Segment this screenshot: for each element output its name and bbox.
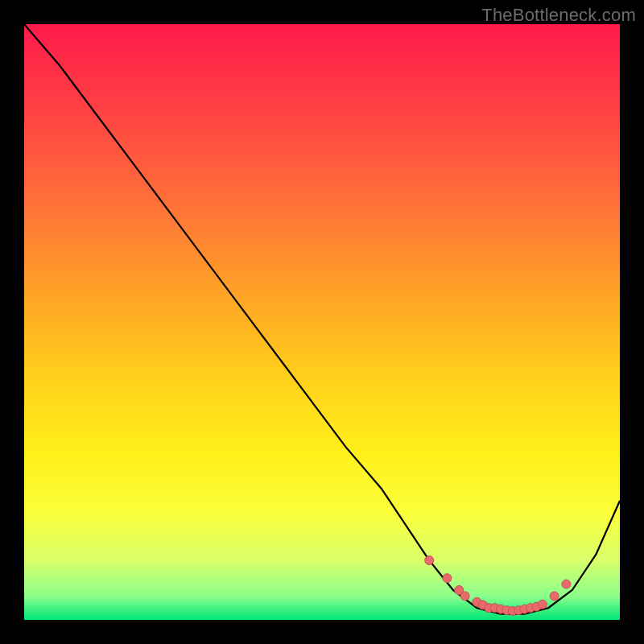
marker-dot	[425, 556, 434, 565]
marker-dot	[562, 580, 571, 588]
marker-dot	[550, 592, 559, 601]
marker-dot	[538, 600, 547, 609]
chart-svg	[24, 24, 620, 620]
chart-frame: TheBottleneck.com	[0, 0, 644, 644]
bottleneck-curve	[24, 24, 620, 614]
marker-dots	[425, 556, 571, 616]
marker-dot	[460, 592, 469, 601]
watermark-text: TheBottleneck.com	[481, 5, 636, 26]
marker-dot	[443, 574, 452, 583]
